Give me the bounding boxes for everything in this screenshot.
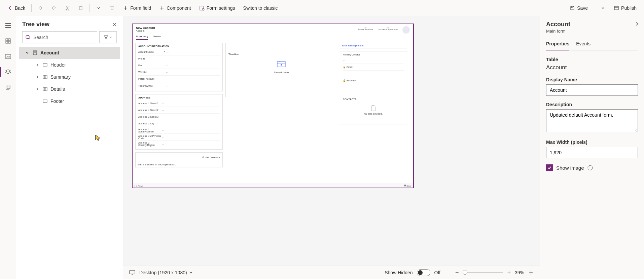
publish-button[interactable]: Publish — [610, 2, 640, 14]
add-form-field-button[interactable]: Form field — [119, 2, 154, 14]
tree-item-account[interactable]: Account — [19, 47, 120, 59]
tab-properties[interactable]: Properties — [546, 39, 569, 50]
undo-button[interactable] — [34, 2, 46, 14]
svg-text:Abc: Abc — [6, 55, 11, 58]
svg-rect-20 — [43, 100, 47, 103]
delete-button[interactable] — [106, 2, 118, 14]
tree-item-summary[interactable]: Summary — [19, 71, 120, 83]
info-icon[interactable]: i — [587, 165, 593, 170]
tree-item-header[interactable]: Header — [19, 59, 120, 71]
paste-button[interactable] — [75, 2, 87, 14]
tree-filter-button[interactable] — [99, 31, 117, 43]
library-rail-button[interactable] — [0, 80, 16, 95]
form-preview[interactable]: New Account Account ---Annual Revenue --… — [132, 24, 414, 188]
svg-rect-19 — [43, 87, 47, 91]
table-label: Table — [546, 57, 638, 62]
fit-button[interactable] — [528, 270, 534, 275]
undo-icon — [38, 5, 43, 11]
tree-view-title: Tree view — [22, 21, 49, 28]
props-subheading: Main form — [546, 29, 638, 34]
svg-rect-10 — [8, 41, 10, 43]
tab-icon — [42, 75, 48, 79]
description-input[interactable] — [546, 109, 638, 132]
svg-rect-17 — [43, 64, 47, 66]
tab-events[interactable]: Events — [576, 39, 591, 50]
switch-classic-button[interactable]: Switch to classic — [240, 2, 281, 14]
svg-point-24 — [530, 272, 532, 273]
components-rail-button[interactable] — [0, 34, 16, 48]
arrow-left-icon — [7, 5, 13, 11]
close-tree-button[interactable] — [112, 22, 117, 27]
section-timeline[interactable]: Timeline Almost there — [225, 43, 337, 97]
show-image-label: Show image — [556, 165, 584, 171]
layers-icon — [5, 69, 11, 75]
tree-rail-button[interactable] — [0, 65, 16, 79]
check-icon — [547, 166, 551, 170]
display-name-input[interactable] — [546, 84, 638, 96]
description-label: Description — [546, 102, 638, 107]
collapse-panel-button[interactable] — [635, 22, 639, 26]
back-label: Back — [15, 5, 25, 11]
tree-search-input[interactable] — [33, 35, 94, 40]
svg-rect-13 — [6, 86, 9, 89]
svg-point-22 — [281, 64, 282, 66]
back-button[interactable]: Back — [4, 2, 29, 14]
canvas-area: New Account Account ---Annual Revenue --… — [123, 16, 540, 279]
preview-tab-details[interactable]: Details — [153, 35, 161, 40]
chevron-right-icon — [635, 22, 639, 26]
svg-rect-9 — [6, 41, 8, 43]
section-address[interactable]: ADDRESS Address 1: Street 1--- Address 1… — [135, 94, 223, 150]
section-contacts[interactable]: CONTACTS No data available. — [340, 96, 407, 124]
status-bar: Desktop (1920 x 1080) Show Hidden Off − … — [123, 266, 540, 279]
save-dropdown[interactable] — [597, 2, 609, 14]
form-settings-label: Form settings — [207, 5, 235, 11]
tree-item-footer[interactable]: Footer — [19, 95, 120, 107]
filter-icon — [104, 35, 108, 40]
viewport-selector[interactable]: Desktop (1920 x 1080) — [139, 270, 193, 275]
grid-icon — [5, 38, 11, 44]
show-image-checkbox[interactable] — [546, 164, 553, 171]
section-map[interactable]: ⊕Get Directions Map is disabled for this… — [135, 152, 223, 167]
trash-icon — [109, 5, 115, 11]
tree-item-label: Footer — [50, 98, 64, 104]
tree-item-label: Summary — [50, 74, 71, 80]
tree-search-box[interactable] — [22, 31, 97, 43]
redo-button[interactable] — [48, 2, 60, 14]
form-settings-button[interactable]: Form settings — [196, 2, 239, 14]
display-name-label: Display Name — [546, 77, 638, 82]
tree-item-details[interactable]: Details — [19, 83, 120, 95]
publish-label: Publish — [621, 5, 637, 11]
hamburger-button[interactable] — [0, 18, 16, 33]
svg-rect-8 — [8, 39, 10, 41]
chevron-down-icon — [189, 271, 193, 274]
show-hidden-toggle[interactable] — [417, 269, 430, 276]
paste-icon — [78, 5, 83, 11]
zoom-value: 39% — [515, 270, 524, 275]
cut-button[interactable] — [61, 2, 73, 14]
preview-footer: ⛶ Active 💾 Save — [133, 184, 413, 188]
section-account-info[interactable]: ACCOUNT INFORMATION Account Name*--- Pho… — [135, 43, 223, 91]
svg-point-5 — [202, 8, 204, 10]
fields-rail-button[interactable]: Abc — [0, 49, 16, 64]
fit-icon — [528, 270, 534, 275]
section-error[interactable]: Error loading control — [340, 43, 407, 48]
zoom-out-button[interactable]: − — [455, 269, 459, 276]
form-settings-icon — [199, 5, 205, 11]
chevron-down-icon — [25, 51, 30, 54]
monitor-icon — [129, 270, 135, 275]
paste-dropdown[interactable] — [93, 2, 105, 14]
zoom-in-button[interactable]: + — [507, 269, 511, 276]
preview-tab-summary[interactable]: Summary — [136, 35, 148, 40]
form-field-label: Form field — [130, 5, 151, 11]
section-primary-contact[interactable]: Primary Contact --- 🔒 Email --- 🔒 Busine… — [340, 51, 407, 93]
footer-icon — [42, 99, 48, 103]
chevron-right-icon — [35, 63, 40, 67]
divider — [90, 4, 90, 12]
save-button[interactable]: Save — [566, 2, 591, 14]
max-width-input[interactable] — [546, 147, 638, 158]
show-hidden-label: Show Hidden — [385, 270, 413, 275]
zoom-slider[interactable] — [463, 272, 503, 273]
hamburger-icon — [5, 23, 11, 28]
divider — [31, 4, 32, 12]
add-component-button[interactable]: Component — [156, 2, 194, 14]
